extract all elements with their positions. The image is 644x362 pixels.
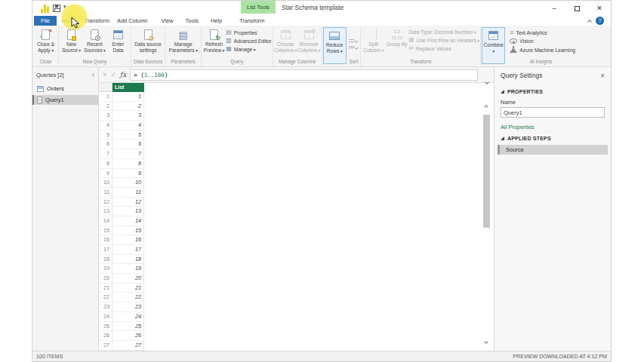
data-type-button[interactable]: Data Type: Decimal Number: [408, 29, 479, 35]
list-cell-value[interactable]: 12: [112, 198, 144, 207]
tab-contextual-transform[interactable]: Transform: [236, 16, 268, 26]
tab-tools[interactable]: Tools: [182, 16, 202, 26]
grid-row[interactable]: 2626: [99, 331, 494, 341]
choose-columns-button[interactable]: Choose Columns: [274, 26, 297, 53]
grid-row[interactable]: 66: [99, 140, 494, 149]
scroll-down-icon[interactable]: [484, 339, 488, 344]
query-item-orders[interactable]: Orders: [32, 84, 98, 94]
query-item-query1[interactable]: Query1: [32, 95, 98, 105]
grid-row[interactable]: 2424: [99, 312, 494, 322]
grid-row[interactable]: 1515: [99, 226, 494, 236]
grid-row[interactable]: 2121: [99, 284, 494, 293]
formula-input[interactable]: = {1..100}: [130, 69, 478, 81]
data-source-settings-button[interactable]: ⚙ Data source settings: [133, 26, 164, 53]
vision-button[interactable]: Vision: [510, 38, 575, 44]
applied-step-source[interactable]: Source: [498, 145, 608, 155]
grid-row[interactable]: 1919: [99, 264, 494, 274]
properties-button[interactable]: ▤ Properties: [226, 29, 271, 35]
grid-row[interactable]: 11: [99, 92, 494, 102]
grid-row[interactable]: 2020: [99, 274, 494, 284]
list-cell-value[interactable]: 4: [112, 121, 144, 130]
grid-row[interactable]: 33: [99, 111, 494, 121]
grid-row[interactable]: 2525: [99, 322, 494, 332]
grid-row[interactable]: 1717: [99, 245, 494, 255]
grid-row[interactable]: 88: [99, 159, 494, 169]
grid-row[interactable]: 1818: [99, 255, 494, 265]
grid-row[interactable]: 1313: [99, 207, 494, 216]
list-cell-value[interactable]: 27: [112, 341, 144, 351]
list-cell-value[interactable]: 23: [112, 302, 144, 312]
list-cell-value[interactable]: 8: [112, 159, 144, 169]
list-cell-value[interactable]: 21: [112, 284, 144, 293]
query-name-input[interactable]: [501, 107, 605, 118]
close-button[interactable]: ✕: [588, 1, 611, 16]
grid-row[interactable]: 1010: [99, 178, 494, 188]
formula-accept-icon[interactable]: ✓: [110, 71, 116, 78]
reduce-rows-button[interactable]: Reduce Rows: [323, 27, 347, 64]
minimize-button[interactable]: –: [543, 1, 565, 16]
recent-sources-button[interactable]: Recent Sources: [83, 26, 106, 53]
grid-row[interactable]: 44: [99, 121, 494, 130]
close-apply-button[interactable]: ×↑ Close & Apply: [34, 26, 57, 53]
tab-view[interactable]: View: [158, 16, 177, 26]
remove-columns-button[interactable]: × Remove Columns: [297, 26, 321, 53]
formula-cancel-icon[interactable]: ×: [103, 71, 106, 78]
tab-file[interactable]: File: [34, 16, 57, 26]
list-cell-value[interactable]: 18: [112, 255, 144, 265]
collapse-ribbon-icon[interactable]: [588, 18, 591, 25]
list-cell-value[interactable]: 17: [112, 245, 144, 255]
grid-row[interactable]: 1212: [99, 198, 494, 207]
list-cell-value[interactable]: 7: [112, 149, 144, 159]
enter-data-button[interactable]: Enter Data: [106, 26, 130, 53]
list-cell-value[interactable]: 3: [112, 111, 144, 121]
grid-row[interactable]: 2222: [99, 293, 494, 302]
split-column-button[interactable]: ▕ Split Column: [362, 26, 385, 53]
grid-row[interactable]: 22: [99, 102, 494, 112]
azure-ml-button[interactable]: Azure Machine Learning: [510, 46, 575, 54]
grid-row[interactable]: 1414: [99, 216, 494, 226]
grid-row[interactable]: 2323: [99, 302, 494, 312]
sort-ascending-icon[interactable]: [349, 38, 359, 44]
list-cell-value[interactable]: 15: [112, 226, 144, 236]
grid-row[interactable]: 1616: [99, 235, 494, 245]
sort-descending-icon[interactable]: [349, 45, 359, 51]
manage-button[interactable]: ▦ Manage: [226, 46, 271, 52]
combine-button[interactable]: Combine ▾: [482, 27, 505, 64]
list-cell-value[interactable]: 1: [112, 92, 144, 102]
close-settings-icon[interactable]: ×: [600, 72, 605, 80]
maximize-button[interactable]: [565, 1, 588, 16]
list-column-header[interactable]: List: [112, 83, 144, 92]
tab-add-column[interactable]: Add Column: [113, 16, 152, 26]
grid-row[interactable]: 99: [99, 169, 494, 179]
list-cell-value[interactable]: 9: [112, 169, 144, 179]
new-source-button[interactable]: New Source: [60, 26, 83, 53]
list-cell-value[interactable]: 10: [112, 178, 144, 188]
grid-row[interactable]: 77: [99, 149, 494, 159]
properties-section-header[interactable]: PROPERTIES: [501, 89, 605, 94]
group-by-button[interactable]: Group By: [385, 26, 408, 48]
list-cell-value[interactable]: 5: [112, 130, 144, 140]
manage-parameters-button[interactable]: ▤ Manage Parameters: [166, 26, 200, 53]
list-cell-value[interactable]: 26: [112, 331, 144, 341]
refresh-preview-button[interactable]: ↻ Refresh Preview: [202, 26, 226, 53]
use-first-row-button[interactable]: ▦ Use First Row as Headers: [408, 37, 479, 43]
list-cell-value[interactable]: 22: [112, 293, 144, 302]
vertical-scrollbar[interactable]: [482, 104, 491, 345]
list-cell-value[interactable]: 14: [112, 216, 144, 226]
list-cell-value[interactable]: 20: [112, 274, 144, 284]
list-cell-value[interactable]: 6: [112, 140, 144, 149]
list-cell-value[interactable]: 2: [112, 102, 144, 112]
list-cell-value[interactable]: 25: [112, 322, 144, 332]
save-icon[interactable]: [53, 5, 60, 12]
list-cell-value[interactable]: 19: [112, 264, 144, 274]
list-cell-value[interactable]: 13: [112, 207, 144, 216]
tab-help[interactable]: Help: [207, 16, 226, 26]
list-cell-value[interactable]: 16: [112, 235, 144, 245]
scrollbar-thumb[interactable]: [483, 115, 490, 228]
grid-corner-cell[interactable]: [99, 83, 112, 92]
advanced-editor-button[interactable]: ▥ Advanced Editor: [226, 38, 271, 44]
help-icon[interactable]: ?: [596, 17, 604, 25]
applied-steps-section-header[interactable]: APPLIED STEPS: [501, 136, 605, 141]
collapse-queries-pane-icon[interactable]: ‹: [92, 71, 94, 78]
all-properties-link[interactable]: All Properties: [501, 124, 605, 130]
